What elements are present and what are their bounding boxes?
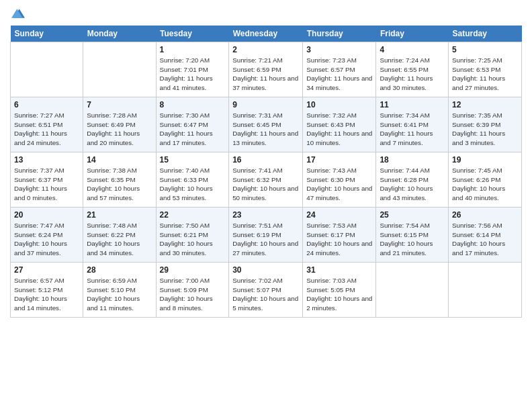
day-number: 28 [87,265,152,275]
day-number: 14 [87,155,152,165]
day-content: Sunrise: 6:57 AM Sunset: 5:12 PM Dayligh… [14,276,79,313]
calendar-cell [11,42,83,97]
calendar-cell [83,42,156,97]
day-number: 16 [232,155,299,165]
day-number: 30 [232,265,299,275]
day-content: Sunrise: 7:34 AM Sunset: 6:41 PM Dayligh… [380,111,445,148]
header-day-friday: Friday [376,26,449,42]
day-number: 22 [160,210,226,220]
header [10,7,522,20]
calendar-cell: 17Sunrise: 7:43 AM Sunset: 6:30 PM Dayli… [303,152,376,208]
header-day-tuesday: Tuesday [156,26,229,42]
logo-icon [11,7,25,20]
day-number: 4 [380,45,445,54]
day-number: 27 [14,265,79,275]
day-number: 18 [380,155,445,165]
day-number: 2 [232,45,299,54]
calendar-cell: 3Sunrise: 7:23 AM Sunset: 6:57 PM Daylig… [303,42,376,97]
calendar-cell: 31Sunrise: 7:03 AM Sunset: 5:05 PM Dayli… [303,263,376,318]
day-content: Sunrise: 7:20 AM Sunset: 7:01 PM Dayligh… [160,56,226,93]
calendar-cell: 28Sunrise: 6:59 AM Sunset: 5:10 PM Dayli… [83,263,156,318]
day-content: Sunrise: 7:30 AM Sunset: 6:47 PM Dayligh… [160,111,226,148]
calendar-cell: 26Sunrise: 7:56 AM Sunset: 6:14 PM Dayli… [449,208,522,263]
calendar-cell: 23Sunrise: 7:51 AM Sunset: 6:19 PM Dayli… [229,208,303,263]
calendar-cell: 27Sunrise: 6:57 AM Sunset: 5:12 PM Dayli… [11,263,83,318]
day-content: Sunrise: 7:24 AM Sunset: 6:55 PM Dayligh… [380,56,445,93]
day-content: Sunrise: 7:03 AM Sunset: 5:05 PM Dayligh… [306,276,372,313]
calendar-cell: 7Sunrise: 7:28 AM Sunset: 6:49 PM Daylig… [83,97,156,152]
calendar-cell: 1Sunrise: 7:20 AM Sunset: 7:01 PM Daylig… [156,42,229,97]
calendar-cell: 29Sunrise: 7:00 AM Sunset: 5:09 PM Dayli… [156,263,229,318]
day-content: Sunrise: 7:40 AM Sunset: 6:33 PM Dayligh… [160,166,226,203]
calendar-cell [449,263,522,318]
calendar-cell: 16Sunrise: 7:41 AM Sunset: 6:32 PM Dayli… [229,152,303,208]
header-day-monday: Monday [83,26,156,42]
calendar-cell: 22Sunrise: 7:50 AM Sunset: 6:21 PM Dayli… [156,208,229,263]
day-content: Sunrise: 7:56 AM Sunset: 6:14 PM Dayligh… [452,221,518,258]
day-content: Sunrise: 7:37 AM Sunset: 6:37 PM Dayligh… [14,166,79,203]
day-content: Sunrise: 7:44 AM Sunset: 6:28 PM Dayligh… [380,166,445,203]
calendar-cell: 14Sunrise: 7:38 AM Sunset: 6:35 PM Dayli… [83,152,156,208]
day-content: Sunrise: 7:48 AM Sunset: 6:22 PM Dayligh… [87,221,152,258]
day-number: 13 [14,155,79,165]
day-content: Sunrise: 7:47 AM Sunset: 6:24 PM Dayligh… [14,221,79,258]
day-content: Sunrise: 7:21 AM Sunset: 6:59 PM Dayligh… [232,56,299,93]
day-number: 21 [87,210,152,220]
logo-text [10,7,25,20]
day-content: Sunrise: 7:41 AM Sunset: 6:32 PM Dayligh… [232,166,299,203]
day-number: 10 [306,100,372,109]
day-number: 9 [232,100,299,109]
calendar-cell: 20Sunrise: 7:47 AM Sunset: 6:24 PM Dayli… [11,208,83,263]
day-number: 26 [452,210,518,220]
header-day-saturday: Saturday [449,26,522,42]
day-content: Sunrise: 6:59 AM Sunset: 5:10 PM Dayligh… [87,276,152,313]
calendar-cell: 10Sunrise: 7:32 AM Sunset: 6:43 PM Dayli… [303,97,376,152]
day-number: 3 [306,45,372,54]
day-number: 7 [87,100,152,109]
week-row-2: 6Sunrise: 7:27 AM Sunset: 6:51 PM Daylig… [11,97,522,152]
week-row-3: 13Sunrise: 7:37 AM Sunset: 6:37 PM Dayli… [11,152,522,208]
calendar-cell: 19Sunrise: 7:45 AM Sunset: 6:26 PM Dayli… [449,152,522,208]
day-content: Sunrise: 7:31 AM Sunset: 6:45 PM Dayligh… [232,111,299,148]
calendar-cell: 5Sunrise: 7:25 AM Sunset: 6:53 PM Daylig… [449,42,522,97]
calendar-cell: 12Sunrise: 7:35 AM Sunset: 6:39 PM Dayli… [449,97,522,152]
day-content: Sunrise: 7:27 AM Sunset: 6:51 PM Dayligh… [14,111,79,148]
calendar-cell: 24Sunrise: 7:53 AM Sunset: 6:17 PM Dayli… [303,208,376,263]
day-content: Sunrise: 7:54 AM Sunset: 6:15 PM Dayligh… [380,221,445,258]
calendar-cell: 25Sunrise: 7:54 AM Sunset: 6:15 PM Dayli… [376,208,449,263]
page: SundayMondayTuesdayWednesdayThursdayFrid… [0,0,532,411]
calendar-cell: 30Sunrise: 7:02 AM Sunset: 5:07 PM Dayli… [229,263,303,318]
day-number: 31 [306,265,372,275]
header-row: SundayMondayTuesdayWednesdayThursdayFrid… [11,26,522,42]
calendar-cell: 11Sunrise: 7:34 AM Sunset: 6:41 PM Dayli… [376,97,449,152]
logo [10,7,25,20]
day-number: 11 [380,100,445,109]
week-row-1: 1Sunrise: 7:20 AM Sunset: 7:01 PM Daylig… [11,42,522,97]
day-number: 1 [160,45,226,54]
header-day-thursday: Thursday [303,26,376,42]
day-number: 29 [160,265,226,275]
day-number: 25 [380,210,445,220]
day-number: 6 [14,100,79,109]
header-day-sunday: Sunday [11,26,83,42]
week-row-5: 27Sunrise: 6:57 AM Sunset: 5:12 PM Dayli… [11,263,522,318]
header-day-wednesday: Wednesday [229,26,303,42]
calendar-cell: 9Sunrise: 7:31 AM Sunset: 6:45 PM Daylig… [229,97,303,152]
day-number: 24 [306,210,372,220]
day-content: Sunrise: 7:32 AM Sunset: 6:43 PM Dayligh… [306,111,372,148]
day-number: 5 [452,45,518,54]
calendar-cell: 2Sunrise: 7:21 AM Sunset: 6:59 PM Daylig… [229,42,303,97]
calendar-cell: 15Sunrise: 7:40 AM Sunset: 6:33 PM Dayli… [156,152,229,208]
calendar-table: SundayMondayTuesdayWednesdayThursdayFrid… [10,26,522,318]
day-content: Sunrise: 7:43 AM Sunset: 6:30 PM Dayligh… [306,166,372,203]
day-number: 15 [160,155,226,165]
day-number: 20 [14,210,79,220]
calendar-cell: 13Sunrise: 7:37 AM Sunset: 6:37 PM Dayli… [11,152,83,208]
day-number: 12 [452,100,518,109]
day-content: Sunrise: 7:35 AM Sunset: 6:39 PM Dayligh… [452,111,518,148]
calendar-cell: 21Sunrise: 7:48 AM Sunset: 6:22 PM Dayli… [83,208,156,263]
day-content: Sunrise: 7:38 AM Sunset: 6:35 PM Dayligh… [87,166,152,203]
day-content: Sunrise: 7:50 AM Sunset: 6:21 PM Dayligh… [160,221,226,258]
calendar-cell [376,263,449,318]
day-content: Sunrise: 7:00 AM Sunset: 5:09 PM Dayligh… [160,276,226,313]
